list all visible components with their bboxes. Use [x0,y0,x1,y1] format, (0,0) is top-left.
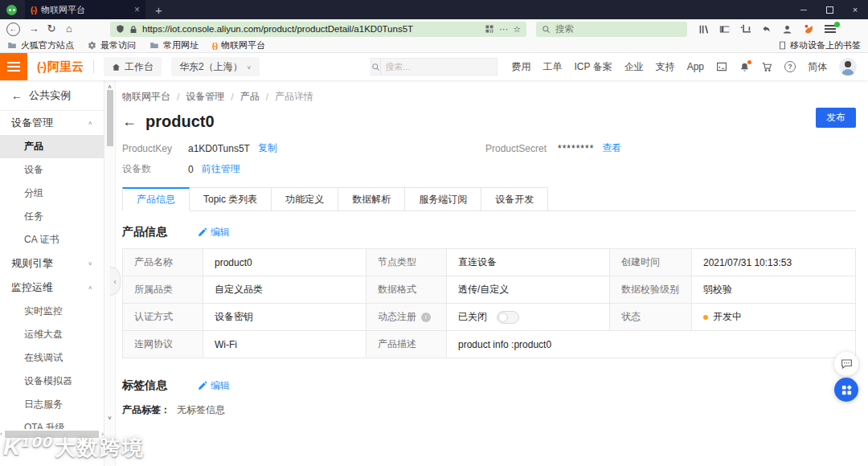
breadcrumb-product[interactable]: 产品 [240,90,260,104]
console-menu-icon[interactable] [0,53,27,80]
tag-info-heading: 标签信息 [122,378,167,393]
browser-search-input[interactable] [555,24,682,34]
sidebar-item-device-simulator[interactable]: 设备模拟器 [0,370,104,393]
info-icon[interactable]: i [421,313,431,322]
table-value: 弱校验 [692,276,856,304]
screenshot-icon[interactable] [740,24,751,35]
feedback-chat-button[interactable] [834,352,858,376]
nav-support[interactable]: 支持 [656,60,675,74]
undo-icon[interactable] [761,24,772,35]
breadcrumb-device-mgmt[interactable]: 设备管理 [186,90,224,104]
avatar[interactable] [839,58,857,76]
bookmark-most-visited[interactable]: 最常访问 [88,39,136,51]
url-bar[interactable]: ⋯ ☆ [110,22,526,37]
scrollbar-thumb[interactable] [107,90,113,146]
detail-tabs: 产品信息 Topic 类列表 功能定义 数据解析 服务端订阅 设备开发 [122,187,856,211]
breadcrumb-product-detail: 产品详情 [275,90,313,104]
browser-search-bar[interactable] [536,22,687,37]
bookmark-folder-firefox[interactable]: 火狐官方站点 [7,39,74,51]
forward-icon[interactable]: → [25,22,43,36]
browser-tab[interactable]: (-) 物联网平台 × [25,0,145,19]
back-arrow-icon[interactable]: ← [122,113,137,130]
account-icon[interactable] [782,24,792,35]
edit-tag-info-link[interactable]: 编辑 [198,379,230,393]
search-icon [371,59,381,75]
tab-data-parsing[interactable]: 数据解析 [338,187,405,211]
breadcrumb: 物联网平台 / 设备管理 / 产品 / 产品详情 [122,90,856,104]
tab-function-definition[interactable]: 功能定义 [272,187,338,211]
tab-server-subscription[interactable]: 服务端订阅 [405,187,481,211]
workbench-button[interactable]: 工作台 [104,57,162,76]
back-icon[interactable]: ← [6,22,20,36]
console-search-input[interactable] [381,62,505,72]
sidebar-item-ca-cert[interactable]: CA 证书 [0,228,104,251]
library-icon[interactable] [698,24,709,35]
home-icon[interactable]: ⌂ [60,22,78,36]
sidebar-item-log-service[interactable]: 日志服务 [0,393,104,416]
nav-tickets[interactable]: 工单 [543,60,563,74]
qr-code-icon[interactable] [485,24,494,34]
language-selector[interactable]: 简体 [808,60,827,74]
sidebar-item-task[interactable]: 任务 [0,205,104,228]
manage-link[interactable]: 前往管理 [202,162,240,176]
view-link[interactable]: 查看 [602,141,621,155]
sidebar-item-ops-dashboard[interactable]: 运维大盘 [0,323,104,346]
lock-icon [129,25,137,34]
more-actions-icon[interactable]: ⋯ [499,24,508,35]
wechat-icon[interactable] [6,5,17,15]
notification-bell-icon[interactable] [739,62,750,72]
main-content: 物联网平台 / 设备管理 / 产品 / 产品详情 ← product0 发布 P… [116,80,868,466]
region-selector[interactable]: 华东2（上海） ∨ [171,57,260,76]
reload-icon[interactable]: ↻ [43,22,60,36]
sidebar-back-instance[interactable]: ← 公共实例 [0,80,104,111]
minimize-button[interactable]: ─ [791,0,817,19]
publish-button[interactable]: 发布 [816,108,856,128]
nav-billing[interactable]: 费用 [512,60,531,74]
sidebar-item-group[interactable]: 分组 [0,182,104,205]
nav-enterprise[interactable]: 企业 [624,60,644,74]
product-tag-label: 产品标签： [122,403,170,417]
nav-app[interactable]: App [687,61,704,72]
sidebar-group-monitor-ops[interactable]: 监控运维 ∧ [0,276,104,300]
scroll-left-icon[interactable]: ‹ [0,430,2,438]
apps-widget-button[interactable] [834,378,858,402]
tab-title: 物联网平台 [41,4,129,16]
sidebar-group-device-mgmt[interactable]: 设备管理 ∧ [0,111,104,135]
scroll-up-icon[interactable]: ∧ [104,84,115,89]
tab-device-development[interactable]: 设备开发 [481,187,548,211]
sidebar-toggle-icon[interactable] [719,24,730,35]
bookmark-mobile[interactable]: 移动设备上的书签 [778,39,861,51]
new-tab-button[interactable]: + [155,3,162,17]
folder-icon [149,41,159,50]
tab-product-info[interactable]: 产品信息 [122,187,190,211]
sidebar-item-product[interactable]: 产品 [0,135,104,158]
scroll-down-icon[interactable]: ∨ [104,415,115,420]
maximize-button[interactable] [817,0,842,19]
tab-close-icon[interactable]: × [134,4,140,15]
sidebar-item-online-debug[interactable]: 在线调试 [0,346,104,370]
menu-icon[interactable] [825,25,836,33]
tab-topic-list[interactable]: Topic 类列表 [190,187,272,211]
table-label: 所属品类 [123,276,203,304]
help-icon[interactable]: ? [784,61,796,72]
console-window-icon[interactable] [716,62,727,72]
sogou-extension-icon[interactable] [803,23,814,35]
bookmark-iot-platform[interactable]: (-) 物联网平台 [212,39,265,51]
sidebar-group-rules-engine[interactable]: 规则引擎 ∨ [0,251,104,276]
edit-product-info-link[interactable]: 编辑 [198,226,230,239]
copy-link[interactable]: 复制 [258,141,277,155]
close-button[interactable]: × [842,0,868,19]
console-search[interactable] [371,58,497,76]
table-value: Wi-Fi [203,331,366,358]
nav-icp[interactable]: ICP 备案 [575,60,612,74]
dynamic-register-toggle[interactable] [497,311,519,324]
cart-icon[interactable] [762,62,772,72]
sidebar-item-realtime-monitor[interactable]: 实时监控 [0,300,104,323]
table-value-description: product info :product0 [447,331,856,358]
breadcrumb-iot[interactable]: 物联网平台 [122,90,170,104]
sidebar-item-device[interactable]: 设备 [0,158,104,182]
bookmark-folder-common[interactable]: 常用网址 [149,39,199,51]
url-input[interactable] [142,24,480,34]
bookmark-star-icon[interactable]: ☆ [513,24,521,35]
aliyun-logo[interactable]: (-) 阿里云 [37,59,84,75]
